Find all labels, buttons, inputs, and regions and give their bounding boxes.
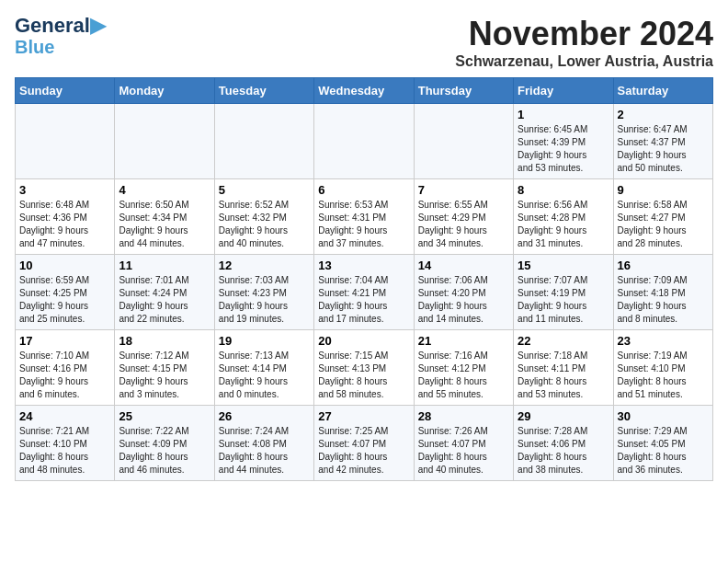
day-number: 13 [318,259,409,272]
title-block: November 2024 Schwarzenau, Lower Austria… [455,15,713,70]
day-number: 1 [518,108,609,121]
calendar-header-row: SundayMondayTuesdayWednesdayThursdayFrid… [16,78,713,104]
day-number: 21 [418,334,509,348]
calendar-week-row: 3Sunrise: 6:48 AM Sunset: 4:36 PM Daylig… [16,179,713,255]
calendar-cell: 12Sunrise: 7:03 AM Sunset: 4:23 PM Dayli… [214,255,313,330]
calendar-cell: 3Sunrise: 6:48 AM Sunset: 4:36 PM Daylig… [16,179,115,255]
calendar-cell: 10Sunrise: 6:59 AM Sunset: 4:25 PM Dayli… [16,255,115,330]
day-info: Sunrise: 7:03 AM Sunset: 4:23 PM Dayligh… [219,274,310,326]
day-info: Sunrise: 6:45 AM Sunset: 4:39 PM Dayligh… [518,123,609,175]
col-header-saturday: Saturday [613,78,712,104]
calendar-cell: 8Sunrise: 6:56 AM Sunset: 4:28 PM Daylig… [514,179,613,255]
calendar-cell: 28Sunrise: 7:26 AM Sunset: 4:07 PM Dayli… [414,406,513,481]
calendar-cell: 30Sunrise: 7:29 AM Sunset: 4:05 PM Dayli… [613,406,712,481]
logo: General▶ Blue [15,15,106,57]
calendar-cell: 25Sunrise: 7:22 AM Sunset: 4:09 PM Dayli… [115,406,214,481]
calendar-cell: 29Sunrise: 7:28 AM Sunset: 4:06 PM Dayli… [514,406,613,481]
day-info: Sunrise: 7:19 AM Sunset: 4:10 PM Dayligh… [618,350,709,401]
day-info: Sunrise: 7:29 AM Sunset: 4:05 PM Dayligh… [618,425,709,477]
day-number: 2 [618,108,709,121]
calendar-cell: 7Sunrise: 6:55 AM Sunset: 4:29 PM Daylig… [414,179,513,255]
day-number: 24 [19,409,110,423]
day-info: Sunrise: 7:13 AM Sunset: 4:14 PM Dayligh… [219,350,310,401]
calendar-cell: 19Sunrise: 7:13 AM Sunset: 4:14 PM Dayli… [214,330,313,406]
month-title: November 2024 [455,15,713,53]
day-info: Sunrise: 7:06 AM Sunset: 4:20 PM Dayligh… [418,274,509,326]
calendar-cell: 14Sunrise: 7:06 AM Sunset: 4:20 PM Dayli… [414,255,513,330]
day-number: 16 [618,259,709,272]
page-header: General▶ Blue November 2024 Schwarzenau,… [15,15,713,70]
day-number: 15 [518,259,609,272]
calendar-cell: 21Sunrise: 7:16 AM Sunset: 4:12 PM Dayli… [414,330,513,406]
day-info: Sunrise: 7:24 AM Sunset: 4:08 PM Dayligh… [219,425,310,477]
calendar-cell: 9Sunrise: 6:58 AM Sunset: 4:27 PM Daylig… [613,179,712,255]
day-info: Sunrise: 7:07 AM Sunset: 4:19 PM Dayligh… [518,274,609,326]
day-info: Sunrise: 6:56 AM Sunset: 4:28 PM Dayligh… [518,199,609,250]
day-info: Sunrise: 7:16 AM Sunset: 4:12 PM Dayligh… [418,350,509,401]
calendar-week-row: 10Sunrise: 6:59 AM Sunset: 4:25 PM Dayli… [16,255,713,330]
day-info: Sunrise: 6:52 AM Sunset: 4:32 PM Dayligh… [219,199,310,250]
day-number: 30 [618,409,709,423]
day-info: Sunrise: 7:01 AM Sunset: 4:24 PM Dayligh… [119,274,210,326]
col-header-friday: Friday [514,78,613,104]
day-info: Sunrise: 6:48 AM Sunset: 4:36 PM Dayligh… [19,199,110,250]
calendar-cell [115,104,214,179]
day-info: Sunrise: 6:53 AM Sunset: 4:31 PM Dayligh… [318,199,409,250]
calendar-cell [16,104,115,179]
calendar-cell: 24Sunrise: 7:21 AM Sunset: 4:10 PM Dayli… [16,406,115,481]
calendar-cell: 11Sunrise: 7:01 AM Sunset: 4:24 PM Dayli… [115,255,214,330]
day-number: 12 [219,259,310,272]
calendar-cell: 13Sunrise: 7:04 AM Sunset: 4:21 PM Dayli… [314,255,414,330]
day-number: 20 [318,334,409,348]
logo-general: General▶ [15,15,106,37]
calendar-cell: 22Sunrise: 7:18 AM Sunset: 4:11 PM Dayli… [514,330,613,406]
day-number: 11 [119,259,210,272]
calendar-cell: 2Sunrise: 6:47 AM Sunset: 4:37 PM Daylig… [613,104,712,179]
day-info: Sunrise: 7:04 AM Sunset: 4:21 PM Dayligh… [318,274,409,326]
day-info: Sunrise: 7:09 AM Sunset: 4:18 PM Dayligh… [618,274,709,326]
day-number: 19 [219,334,310,348]
calendar-cell: 5Sunrise: 6:52 AM Sunset: 4:32 PM Daylig… [214,179,313,255]
day-number: 23 [618,334,709,348]
col-header-thursday: Thursday [414,78,513,104]
day-info: Sunrise: 7:21 AM Sunset: 4:10 PM Dayligh… [19,425,110,477]
day-number: 27 [318,409,409,423]
day-number: 3 [19,183,110,197]
day-number: 8 [518,183,609,197]
col-header-tuesday: Tuesday [214,78,313,104]
day-info: Sunrise: 7:12 AM Sunset: 4:15 PM Dayligh… [119,350,210,401]
col-header-wednesday: Wednesday [314,78,414,104]
day-info: Sunrise: 6:47 AM Sunset: 4:37 PM Dayligh… [618,123,709,175]
day-number: 6 [318,183,409,197]
day-number: 22 [518,334,609,348]
day-info: Sunrise: 6:50 AM Sunset: 4:34 PM Dayligh… [119,199,210,250]
col-header-sunday: Sunday [16,78,115,104]
calendar-cell [314,104,414,179]
day-info: Sunrise: 6:58 AM Sunset: 4:27 PM Dayligh… [618,199,709,250]
day-number: 10 [19,259,110,272]
day-info: Sunrise: 7:26 AM Sunset: 4:07 PM Dayligh… [418,425,509,477]
calendar-table: SundayMondayTuesdayWednesdayThursdayFrid… [15,77,713,481]
calendar-cell: 26Sunrise: 7:24 AM Sunset: 4:08 PM Dayli… [214,406,313,481]
logo-triangle-icon: ▶ [90,14,106,37]
day-number: 26 [219,409,310,423]
day-number: 28 [418,409,509,423]
calendar-week-row: 24Sunrise: 7:21 AM Sunset: 4:10 PM Dayli… [16,406,713,481]
day-info: Sunrise: 7:28 AM Sunset: 4:06 PM Dayligh… [518,425,609,477]
col-header-monday: Monday [115,78,214,104]
calendar-cell: 17Sunrise: 7:10 AM Sunset: 4:16 PM Dayli… [16,330,115,406]
day-number: 18 [119,334,210,348]
day-number: 14 [418,259,509,272]
calendar-cell: 16Sunrise: 7:09 AM Sunset: 4:18 PM Dayli… [613,255,712,330]
calendar-cell: 15Sunrise: 7:07 AM Sunset: 4:19 PM Dayli… [514,255,613,330]
day-number: 5 [219,183,310,197]
calendar-cell [414,104,513,179]
day-info: Sunrise: 7:22 AM Sunset: 4:09 PM Dayligh… [119,425,210,477]
day-info: Sunrise: 7:10 AM Sunset: 4:16 PM Dayligh… [19,350,110,401]
calendar-cell: 20Sunrise: 7:15 AM Sunset: 4:13 PM Dayli… [314,330,414,406]
day-number: 29 [518,409,609,423]
logo-blue: Blue [15,37,54,57]
day-info: Sunrise: 6:55 AM Sunset: 4:29 PM Dayligh… [418,199,509,250]
day-number: 4 [119,183,210,197]
day-info: Sunrise: 7:18 AM Sunset: 4:11 PM Dayligh… [518,350,609,401]
